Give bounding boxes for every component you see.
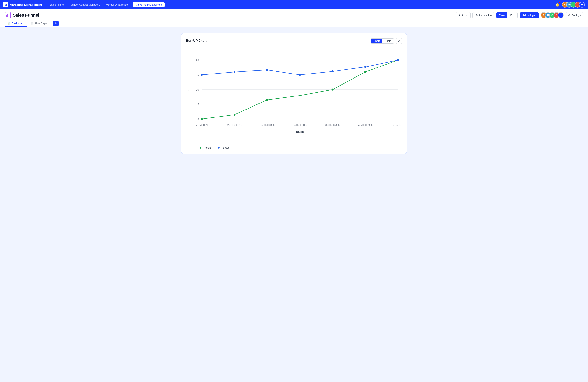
chart-legend: Actual Scope bbox=[186, 147, 402, 149]
main-content: BurnUP Chart Chart Table ⤢ bbox=[0, 27, 588, 160]
expand-icon: ⤢ bbox=[398, 39, 400, 42]
edit-button[interactable]: Edit bbox=[507, 12, 517, 18]
burnup-chart-svg: 20 15 10 5 0 SP Tue Oct 01 20.. Wed Oct … bbox=[186, 47, 402, 144]
settings-button[interactable]: ⚙ Settings bbox=[566, 12, 583, 18]
svg-text:Dates: Dates bbox=[296, 130, 304, 133]
page-title-area: Sales Funnel bbox=[5, 12, 39, 18]
burnup-widget-card: BurnUP Chart Chart Table ⤢ bbox=[181, 33, 407, 154]
add-widget-button[interactable]: Add Widget bbox=[520, 12, 539, 18]
view-button[interactable]: View bbox=[496, 12, 507, 18]
apps-icon: ⊞ bbox=[459, 14, 461, 17]
tab-alina-report[interactable]: 📈 Alina Report bbox=[28, 20, 51, 27]
svg-text:5: 5 bbox=[197, 103, 199, 106]
widget-controls: Chart Table ⤢ bbox=[371, 38, 402, 44]
page-header: Sales Funnel ⊞ Apps ⚙ Automation View Ed… bbox=[0, 9, 588, 27]
actual-dot-0 bbox=[201, 118, 203, 120]
brand-title: Marketing Management bbox=[10, 3, 42, 6]
widget-title: BurnUP Chart bbox=[186, 39, 207, 42]
svg-text:20: 20 bbox=[196, 59, 199, 62]
scope-dot-1 bbox=[233, 71, 235, 73]
notification-badge bbox=[559, 2, 560, 3]
top-navigation: M Marketing Management Sales Funnel Vend… bbox=[0, 0, 588, 9]
view-edit-group: View Edit bbox=[496, 12, 517, 18]
automation-icon: ⚙ bbox=[475, 14, 478, 17]
topnav-right-actions: 🔔 A B C D + bbox=[555, 2, 585, 8]
header-actions: ⊞ Apps ⚙ Automation View Edit Add Widget… bbox=[456, 12, 583, 18]
actual-dot-3 bbox=[299, 95, 301, 96]
header-avatar-group: A B C D + bbox=[541, 12, 564, 18]
tab-dashboard[interactable]: 📊 Dashboard bbox=[5, 20, 27, 27]
page-title-icon bbox=[5, 12, 11, 18]
user-avatars: A B C D + bbox=[562, 2, 585, 8]
topnav-tab-marketing-mgmt[interactable]: Marketing Management bbox=[133, 2, 165, 7]
legend-scope: Scope bbox=[216, 147, 230, 149]
scope-line bbox=[202, 60, 398, 75]
svg-text:Wed Oct 02 20..: Wed Oct 02 20.. bbox=[227, 124, 242, 126]
scope-dot-3 bbox=[299, 74, 301, 76]
settings-icon: ⚙ bbox=[568, 14, 570, 17]
svg-text:Tue Oct 08 20..: Tue Oct 08 20.. bbox=[391, 124, 402, 126]
svg-text:Sat Oct 05 20..: Sat Oct 05 20.. bbox=[326, 124, 340, 126]
brand-logo[interactable]: M Marketing Management bbox=[3, 2, 42, 7]
svg-text:15: 15 bbox=[196, 74, 199, 76]
topnav-tab-sales-funnel[interactable]: Sales Funnel bbox=[47, 2, 67, 7]
svg-rect-0 bbox=[6, 15, 7, 17]
svg-text:0: 0 bbox=[197, 118, 199, 121]
svg-text:SP: SP bbox=[188, 90, 190, 93]
alina-report-icon: 📈 bbox=[30, 22, 33, 25]
avatar-add[interactable]: + bbox=[579, 2, 585, 8]
add-tab-button[interactable]: + bbox=[53, 21, 59, 26]
scope-dot-5 bbox=[364, 66, 366, 68]
svg-text:10: 10 bbox=[196, 88, 199, 91]
notifications-bell[interactable]: 🔔 bbox=[555, 2, 560, 7]
svg-rect-2 bbox=[9, 14, 9, 17]
topnav-tabs: Sales Funnel Vendor Contact Manage... Ve… bbox=[47, 2, 554, 7]
actual-dot-1 bbox=[233, 114, 235, 116]
svg-text:Mon Oct 07 20..: Mon Oct 07 20.. bbox=[357, 124, 373, 126]
scope-dot-6 bbox=[397, 59, 399, 61]
actual-dot-2 bbox=[266, 99, 268, 101]
apps-button[interactable]: ⊞ Apps bbox=[456, 12, 471, 18]
legend-actual: Actual bbox=[198, 147, 211, 149]
header-avatar-add[interactable]: + bbox=[558, 12, 564, 18]
brand-icon: M bbox=[3, 2, 8, 7]
dashboard-tab-icon: 📊 bbox=[7, 22, 10, 25]
toggle-chart-button[interactable]: Chart bbox=[371, 39, 382, 43]
svg-point-23 bbox=[200, 147, 201, 149]
widget-header: BurnUP Chart Chart Table ⤢ bbox=[186, 38, 402, 44]
page-title: Sales Funnel bbox=[13, 13, 39, 18]
chart-table-toggle: Chart Table bbox=[371, 38, 394, 43]
topnav-tab-vendor-org[interactable]: Vendor Organisation bbox=[104, 2, 132, 7]
svg-point-25 bbox=[218, 147, 220, 149]
scope-dot-2 bbox=[266, 69, 268, 71]
chart-area: 20 15 10 5 0 SP Tue Oct 01 20.. Wed Oct … bbox=[186, 47, 402, 144]
actual-dot-5 bbox=[364, 71, 366, 73]
expand-button[interactable]: ⤢ bbox=[396, 38, 402, 44]
scope-dot-0 bbox=[201, 74, 203, 76]
topnav-tab-vendor-contact[interactable]: Vendor Contact Manage... bbox=[68, 2, 103, 7]
tabs-bar: 📊 Dashboard 📈 Alina Report + bbox=[5, 20, 583, 27]
svg-rect-1 bbox=[7, 14, 8, 17]
automation-button[interactable]: ⚙ Automation bbox=[473, 12, 495, 18]
svg-text:Fri Oct 04 20..: Fri Oct 04 20.. bbox=[293, 124, 307, 126]
scope-dot-4 bbox=[332, 70, 334, 72]
actual-dot-4 bbox=[332, 89, 334, 91]
svg-text:Tue Oct 01 20..: Tue Oct 01 20.. bbox=[194, 124, 209, 126]
svg-text:Thur Oct 03 20..: Thur Oct 03 20.. bbox=[259, 124, 275, 126]
toggle-table-button[interactable]: Table bbox=[382, 39, 394, 43]
